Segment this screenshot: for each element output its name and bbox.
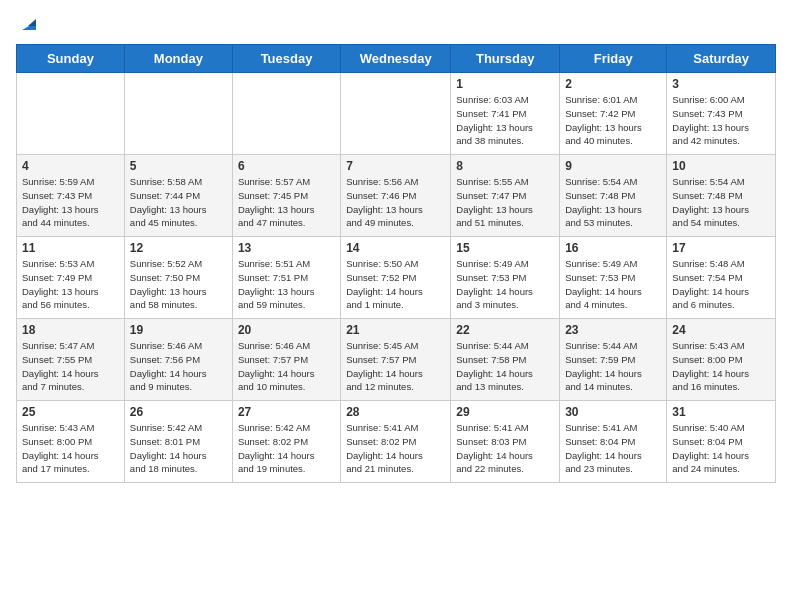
calendar-cell: 13Sunrise: 5:51 AMSunset: 7:51 PMDayligh… (232, 237, 340, 319)
day-number: 3 (672, 77, 770, 91)
logo (16, 12, 40, 34)
day-info: Sunrise: 5:42 AMSunset: 8:01 PMDaylight:… (130, 421, 227, 476)
day-number: 18 (22, 323, 119, 337)
day-info: Sunrise: 5:41 AMSunset: 8:03 PMDaylight:… (456, 421, 554, 476)
header (16, 12, 776, 34)
day-number: 31 (672, 405, 770, 419)
calendar-cell: 20Sunrise: 5:46 AMSunset: 7:57 PMDayligh… (232, 319, 340, 401)
day-number: 23 (565, 323, 661, 337)
weekday-header-friday: Friday (560, 45, 667, 73)
calendar-cell: 22Sunrise: 5:44 AMSunset: 7:58 PMDayligh… (451, 319, 560, 401)
day-info: Sunrise: 5:44 AMSunset: 7:59 PMDaylight:… (565, 339, 661, 394)
weekday-header-monday: Monday (124, 45, 232, 73)
calendar-cell: 21Sunrise: 5:45 AMSunset: 7:57 PMDayligh… (341, 319, 451, 401)
calendar-cell: 4Sunrise: 5:59 AMSunset: 7:43 PMDaylight… (17, 155, 125, 237)
calendar-cell: 19Sunrise: 5:46 AMSunset: 7:56 PMDayligh… (124, 319, 232, 401)
day-info: Sunrise: 5:43 AMSunset: 8:00 PMDaylight:… (22, 421, 119, 476)
calendar-cell: 7Sunrise: 5:56 AMSunset: 7:46 PMDaylight… (341, 155, 451, 237)
calendar-cell: 8Sunrise: 5:55 AMSunset: 7:47 PMDaylight… (451, 155, 560, 237)
day-number: 30 (565, 405, 661, 419)
calendar-cell: 26Sunrise: 5:42 AMSunset: 8:01 PMDayligh… (124, 401, 232, 483)
logo-icon (18, 12, 40, 34)
calendar-cell (341, 73, 451, 155)
day-number: 6 (238, 159, 335, 173)
day-number: 24 (672, 323, 770, 337)
day-number: 17 (672, 241, 770, 255)
day-info: Sunrise: 5:48 AMSunset: 7:54 PMDaylight:… (672, 257, 770, 312)
page: SundayMondayTuesdayWednesdayThursdayFrid… (0, 0, 792, 491)
weekday-header-wednesday: Wednesday (341, 45, 451, 73)
day-info: Sunrise: 5:45 AMSunset: 7:57 PMDaylight:… (346, 339, 445, 394)
day-info: Sunrise: 5:56 AMSunset: 7:46 PMDaylight:… (346, 175, 445, 230)
calendar-cell: 2Sunrise: 6:01 AMSunset: 7:42 PMDaylight… (560, 73, 667, 155)
day-number: 27 (238, 405, 335, 419)
day-info: Sunrise: 5:53 AMSunset: 7:49 PMDaylight:… (22, 257, 119, 312)
weekday-header-sunday: Sunday (17, 45, 125, 73)
day-info: Sunrise: 6:01 AMSunset: 7:42 PMDaylight:… (565, 93, 661, 148)
day-number: 1 (456, 77, 554, 91)
weekday-header-saturday: Saturday (667, 45, 776, 73)
day-info: Sunrise: 5:40 AMSunset: 8:04 PMDaylight:… (672, 421, 770, 476)
calendar-cell: 30Sunrise: 5:41 AMSunset: 8:04 PMDayligh… (560, 401, 667, 483)
day-number: 21 (346, 323, 445, 337)
calendar-cell: 1Sunrise: 6:03 AMSunset: 7:41 PMDaylight… (451, 73, 560, 155)
day-number: 20 (238, 323, 335, 337)
calendar-cell: 9Sunrise: 5:54 AMSunset: 7:48 PMDaylight… (560, 155, 667, 237)
calendar-cell: 24Sunrise: 5:43 AMSunset: 8:00 PMDayligh… (667, 319, 776, 401)
day-info: Sunrise: 5:41 AMSunset: 8:04 PMDaylight:… (565, 421, 661, 476)
day-info: Sunrise: 5:49 AMSunset: 7:53 PMDaylight:… (456, 257, 554, 312)
day-number: 4 (22, 159, 119, 173)
day-number: 25 (22, 405, 119, 419)
day-number: 29 (456, 405, 554, 419)
day-info: Sunrise: 5:41 AMSunset: 8:02 PMDaylight:… (346, 421, 445, 476)
day-info: Sunrise: 5:47 AMSunset: 7:55 PMDaylight:… (22, 339, 119, 394)
day-number: 28 (346, 405, 445, 419)
calendar-cell: 12Sunrise: 5:52 AMSunset: 7:50 PMDayligh… (124, 237, 232, 319)
day-info: Sunrise: 5:49 AMSunset: 7:53 PMDaylight:… (565, 257, 661, 312)
day-number: 11 (22, 241, 119, 255)
day-number: 14 (346, 241, 445, 255)
day-number: 5 (130, 159, 227, 173)
day-info: Sunrise: 5:54 AMSunset: 7:48 PMDaylight:… (565, 175, 661, 230)
calendar-cell: 29Sunrise: 5:41 AMSunset: 8:03 PMDayligh… (451, 401, 560, 483)
calendar-cell: 18Sunrise: 5:47 AMSunset: 7:55 PMDayligh… (17, 319, 125, 401)
day-number: 8 (456, 159, 554, 173)
day-info: Sunrise: 6:00 AMSunset: 7:43 PMDaylight:… (672, 93, 770, 148)
calendar-row-4: 25Sunrise: 5:43 AMSunset: 8:00 PMDayligh… (17, 401, 776, 483)
day-info: Sunrise: 5:58 AMSunset: 7:44 PMDaylight:… (130, 175, 227, 230)
day-info: Sunrise: 5:50 AMSunset: 7:52 PMDaylight:… (346, 257, 445, 312)
day-info: Sunrise: 5:51 AMSunset: 7:51 PMDaylight:… (238, 257, 335, 312)
calendar-row-3: 18Sunrise: 5:47 AMSunset: 7:55 PMDayligh… (17, 319, 776, 401)
day-number: 12 (130, 241, 227, 255)
calendar-row-1: 4Sunrise: 5:59 AMSunset: 7:43 PMDaylight… (17, 155, 776, 237)
calendar-cell: 31Sunrise: 5:40 AMSunset: 8:04 PMDayligh… (667, 401, 776, 483)
weekday-header-row: SundayMondayTuesdayWednesdayThursdayFrid… (17, 45, 776, 73)
day-info: Sunrise: 5:46 AMSunset: 7:57 PMDaylight:… (238, 339, 335, 394)
calendar-row-2: 11Sunrise: 5:53 AMSunset: 7:49 PMDayligh… (17, 237, 776, 319)
day-info: Sunrise: 5:43 AMSunset: 8:00 PMDaylight:… (672, 339, 770, 394)
calendar-cell: 14Sunrise: 5:50 AMSunset: 7:52 PMDayligh… (341, 237, 451, 319)
day-number: 19 (130, 323, 227, 337)
day-number: 22 (456, 323, 554, 337)
day-info: Sunrise: 5:52 AMSunset: 7:50 PMDaylight:… (130, 257, 227, 312)
calendar-cell: 11Sunrise: 5:53 AMSunset: 7:49 PMDayligh… (17, 237, 125, 319)
day-info: Sunrise: 5:57 AMSunset: 7:45 PMDaylight:… (238, 175, 335, 230)
day-number: 7 (346, 159, 445, 173)
day-info: Sunrise: 5:55 AMSunset: 7:47 PMDaylight:… (456, 175, 554, 230)
calendar-cell: 23Sunrise: 5:44 AMSunset: 7:59 PMDayligh… (560, 319, 667, 401)
day-number: 9 (565, 159, 661, 173)
day-info: Sunrise: 5:59 AMSunset: 7:43 PMDaylight:… (22, 175, 119, 230)
day-info: Sunrise: 6:03 AMSunset: 7:41 PMDaylight:… (456, 93, 554, 148)
calendar-cell: 15Sunrise: 5:49 AMSunset: 7:53 PMDayligh… (451, 237, 560, 319)
day-number: 13 (238, 241, 335, 255)
calendar-cell: 27Sunrise: 5:42 AMSunset: 8:02 PMDayligh… (232, 401, 340, 483)
calendar-cell (17, 73, 125, 155)
day-info: Sunrise: 5:44 AMSunset: 7:58 PMDaylight:… (456, 339, 554, 394)
day-info: Sunrise: 5:42 AMSunset: 8:02 PMDaylight:… (238, 421, 335, 476)
day-number: 26 (130, 405, 227, 419)
day-number: 16 (565, 241, 661, 255)
calendar-cell (232, 73, 340, 155)
calendar-cell (124, 73, 232, 155)
day-info: Sunrise: 5:54 AMSunset: 7:48 PMDaylight:… (672, 175, 770, 230)
day-info: Sunrise: 5:46 AMSunset: 7:56 PMDaylight:… (130, 339, 227, 394)
